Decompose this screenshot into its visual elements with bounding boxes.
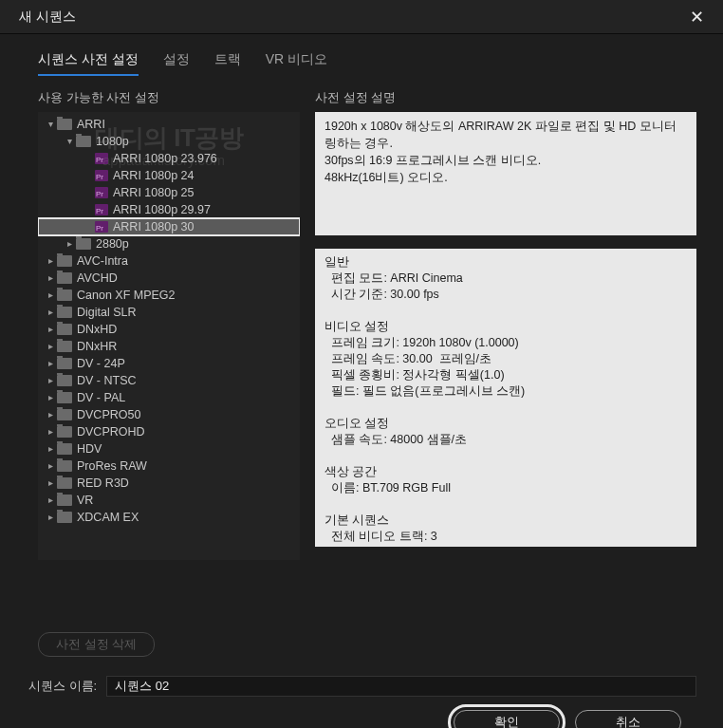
titlebar: 새 시퀀스 ✕ <box>0 0 723 34</box>
preset-tree: ARRI1080pARRI 1080p 23.976ARRI 1080p 24A… <box>38 112 300 530</box>
tree-item-label: Digital SLR <box>77 304 137 321</box>
folder-icon <box>57 512 72 523</box>
folder-icon <box>57 272 72 284</box>
tree-item-label: DV - 24P <box>77 355 125 372</box>
tree-folder[interactable]: AVCHD <box>38 270 300 287</box>
tree-folder[interactable]: DNxHR <box>38 338 300 355</box>
chevron-right-icon[interactable] <box>46 457 55 475</box>
tree-folder[interactable]: DNxHD <box>38 321 300 338</box>
chevron-right-icon[interactable] <box>46 509 55 526</box>
chevron-right-icon[interactable] <box>46 321 55 338</box>
tree-preset[interactable]: ARRI 1080p 29.97 <box>38 201 300 218</box>
tree-item-label: 1080p <box>96 133 129 150</box>
tree-item-label: DVCPRO50 <box>77 406 140 423</box>
tree-item-label: HDV <box>77 440 102 457</box>
tree-folder[interactable]: 1080p <box>38 133 300 150</box>
chevron-right-icon[interactable] <box>46 389 55 406</box>
chevron-right-icon[interactable] <box>46 440 55 457</box>
sequence-name-input[interactable] <box>106 676 696 697</box>
folder-icon <box>57 358 72 369</box>
tab-2[interactable]: 트랙 <box>214 51 241 76</box>
chevron-right-icon[interactable] <box>46 304 55 321</box>
cancel-button[interactable]: 취소 <box>575 710 681 728</box>
preset-description: 1920h x 1080v 해상도의 ARRIRAW 2K 파일로 편집 및 H… <box>315 112 696 235</box>
tree-folder[interactable]: DV - PAL <box>38 389 300 406</box>
preset-icon <box>95 204 108 215</box>
tree-item-label: ARRI 1080p 25 <box>113 184 194 201</box>
tree-preset[interactable]: ARRI 1080p 23.976 <box>38 150 300 167</box>
chevron-right-icon[interactable] <box>46 492 55 509</box>
delete-preset-button: 사전 설정 삭제 <box>38 632 155 657</box>
tree-item-label: AVC-Intra <box>77 252 128 270</box>
tree-folder[interactable]: HDV <box>38 440 300 457</box>
tab-3[interactable]: VR 비디오 <box>266 51 327 76</box>
tree-item-label: ARRI 1080p 30 <box>113 218 194 235</box>
folder-icon <box>57 375 72 386</box>
preset-icon <box>95 221 108 233</box>
preset-icon <box>95 153 108 164</box>
tree-folder[interactable]: ARRI <box>38 116 300 133</box>
tree-preset[interactable]: ARRI 1080p 30 <box>38 218 300 235</box>
preset-details: 일반 편집 모드: ARRI Cinema 시간 기준: 30.00 fps 비… <box>315 249 696 547</box>
chevron-right-icon[interactable] <box>65 235 74 252</box>
delete-row: 사전 설정 삭제 <box>0 564 723 657</box>
folder-icon <box>57 255 72 267</box>
preset-tree-container[interactable]: ARRI1080pARRI 1080p 23.976ARRI 1080p 24A… <box>38 112 300 560</box>
tab-0[interactable]: 시퀀스 사전 설정 <box>38 51 139 76</box>
chevron-right-icon[interactable] <box>46 270 55 287</box>
tree-folder[interactable]: DV - 24P <box>38 355 300 372</box>
tree-item-label: ARRI 1080p 24 <box>113 167 194 184</box>
tree-folder[interactable]: ProRes RAW <box>38 457 300 475</box>
tree-folder[interactable]: Digital SLR <box>38 304 300 321</box>
tree-item-label: XDCAM EX <box>77 509 139 526</box>
chevron-down-icon[interactable] <box>65 133 74 150</box>
close-icon[interactable]: ✕ <box>680 3 714 31</box>
tree-folder[interactable]: DV - NTSC <box>38 372 300 389</box>
sequence-name-row: 시퀀스 이름: <box>0 657 723 697</box>
chevron-right-icon[interactable] <box>46 372 55 389</box>
chevron-right-icon[interactable] <box>46 406 55 423</box>
tree-item-label: DV - NTSC <box>77 372 137 389</box>
chevron-right-icon[interactable] <box>46 355 55 372</box>
folder-icon <box>57 341 72 352</box>
folder-icon <box>57 289 72 301</box>
tree-preset[interactable]: ARRI 1080p 24 <box>38 167 300 184</box>
folder-icon <box>57 460 72 472</box>
tree-folder[interactable]: RED R3D <box>38 475 300 492</box>
tree-folder[interactable]: XDCAM EX <box>38 509 300 526</box>
preset-tree-heading: 사용 가능한 사전 설정 <box>38 89 300 106</box>
tree-item-label: DNxHD <box>77 321 117 338</box>
tree-item-label: DVCPROHD <box>77 423 145 440</box>
tree-item-label: ProRes RAW <box>77 457 147 475</box>
folder-icon <box>57 443 72 455</box>
tree-folder[interactable]: AVC-Intra <box>38 252 300 270</box>
tree-folder[interactable]: Canon XF MPEG2 <box>38 287 300 304</box>
chevron-down-icon[interactable] <box>46 116 55 133</box>
tree-item-label: ARRI 1080p 23.976 <box>113 150 217 167</box>
dialog-button-row: 확인 취소 <box>0 697 723 728</box>
tree-folder[interactable]: DVCPRO50 <box>38 406 300 423</box>
sequence-name-label: 시퀀스 이름: <box>28 678 97 695</box>
tree-folder[interactable]: 2880p <box>38 235 300 252</box>
tree-folder[interactable]: DVCPROHD <box>38 423 300 440</box>
tree-preset[interactable]: ARRI 1080p 25 <box>38 184 300 201</box>
tab-1[interactable]: 설정 <box>163 51 190 76</box>
preset-detail-panel: 사전 설정 설명 1920h x 1080v 해상도의 ARRIRAW 2K 파… <box>315 89 696 560</box>
folder-icon <box>57 426 72 438</box>
tree-item-label: VR <box>77 492 93 509</box>
tree-item-label: DNxHR <box>77 338 117 355</box>
tree-item-label: DV - PAL <box>77 389 125 406</box>
chevron-right-icon[interactable] <box>46 475 55 492</box>
preset-icon <box>95 170 108 181</box>
chevron-right-icon[interactable] <box>46 287 55 304</box>
tree-folder[interactable]: VR <box>38 492 300 509</box>
chevron-right-icon[interactable] <box>46 252 55 270</box>
tree-item-label: RED R3D <box>77 475 129 492</box>
folder-icon <box>76 238 91 250</box>
ok-button[interactable]: 확인 <box>454 710 560 728</box>
tabs: 시퀀스 사전 설정설정트랙VR 비디오 <box>0 34 723 76</box>
chevron-right-icon[interactable] <box>46 338 55 355</box>
tree-item-label: AVCHD <box>77 270 118 287</box>
chevron-right-icon[interactable] <box>46 423 55 440</box>
folder-icon <box>57 392 72 403</box>
